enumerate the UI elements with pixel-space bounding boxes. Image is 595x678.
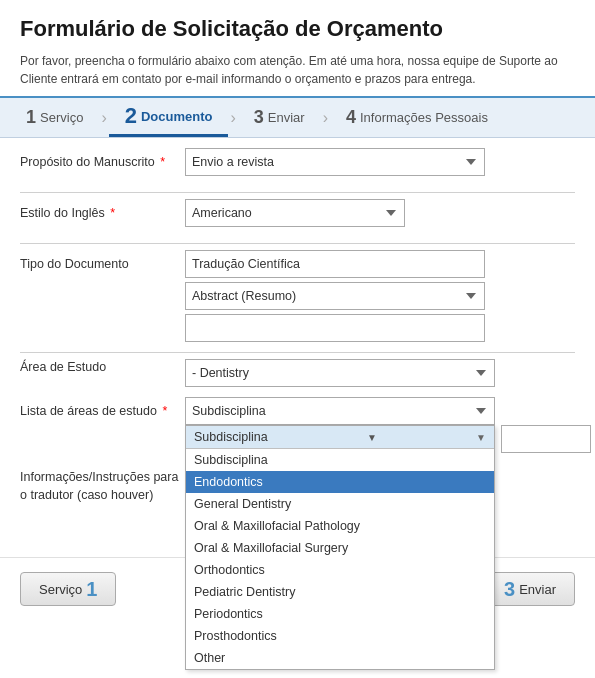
tab-enviar-num: 3 <box>254 107 264 128</box>
btn-enviar-label: Enviar <box>519 582 556 597</box>
header: Formulário de Solicitação de Orçamento P… <box>0 0 595 98</box>
estilo-row: Estilo do Inglês * Americano Britânico <box>20 199 575 233</box>
page-title: Formulário de Solicitação de Orçamento <box>20 16 575 42</box>
page-container: Formulário de Solicitação de Orçamento P… <box>0 0 595 678</box>
estilo-field: Americano Britânico <box>185 199 575 227</box>
lista-areas-label: Lista de áreas de estudo * <box>20 397 185 421</box>
header-description: Por favor, preencha o formulário abaixo … <box>20 52 575 88</box>
tab-documento-label: Documento <box>141 109 213 124</box>
proposito-row: Propósito do Manuscrito * Envio a revist… <box>20 148 575 182</box>
instrucoes-label: Informações/Instruções para o tradutor (… <box>20 463 185 504</box>
dropdown-item-header[interactable]: Subdisciplina ▼ <box>186 426 494 449</box>
tab-info-pessoais-label: Informações Pessoais <box>360 110 488 125</box>
proposito-required: * <box>160 155 165 169</box>
tab-info-pessoais[interactable]: 4 Informações Pessoais <box>330 98 504 137</box>
tab-servico-num: 1 <box>26 107 36 128</box>
tipo-doc-extra-input[interactable] <box>185 314 485 342</box>
tipo-doc-row: Tipo do Documento Abstract (Resumo) Arti… <box>20 250 575 342</box>
lista-areas-text-input[interactable] <box>501 425 591 453</box>
dropdown-item-oral-surgery[interactable]: Oral & Maxillofacial Surgery <box>186 537 494 559</box>
tab-arrow-3: › <box>323 98 328 137</box>
proposito-field: Envio a revista Outra opção <box>185 148 575 176</box>
dropdown-item-general-dentistry[interactable]: General Dentistry <box>186 493 494 515</box>
tab-arrow-2: › <box>230 98 235 137</box>
tab-enviar-label: Enviar <box>268 110 305 125</box>
tipo-doc-input[interactable] <box>185 250 485 278</box>
divider-2 <box>20 243 575 244</box>
subdisciplina-select[interactable]: Subdisciplina <box>185 397 495 425</box>
proposito-select[interactable]: Envio a revista Outra opção <box>185 148 485 176</box>
tipo-doc-select[interactable]: Abstract (Resumo) Artigo Completo <box>185 282 485 310</box>
tipo-doc-label: Tipo do Documento <box>20 250 185 274</box>
tab-servico-label: Serviço <box>40 110 83 125</box>
proposito-label: Propósito do Manuscrito * <box>20 148 185 172</box>
area-estudo-label: Área de Estudo <box>20 359 185 377</box>
subdisciplina-dropdown-open: Subdisciplina ▼ Subdisciplina Endodontic… <box>185 425 495 670</box>
btn-enviar[interactable]: 3 Enviar <box>485 572 575 606</box>
estilo-select[interactable]: Americano Britânico <box>185 199 405 227</box>
dropdown-item-endodontics[interactable]: Endodontics <box>186 471 494 493</box>
form-body: Propósito do Manuscrito * Envio a revist… <box>0 138 595 553</box>
btn-enviar-num: 3 <box>504 579 515 599</box>
dropdown-item-periodontics[interactable]: Periodontics <box>186 603 494 625</box>
dropdown-item-prosthodontics[interactable]: Prosthodontics <box>186 625 494 647</box>
area-estudo-field: - Dentistry - Medicine <box>185 359 575 387</box>
estilo-label: Estilo do Inglês * <box>20 199 185 223</box>
dropdown-item-oral-path[interactable]: Oral & Maxillofacial Pathology <box>186 515 494 537</box>
divider-1 <box>20 192 575 193</box>
lista-areas-required: * <box>162 404 167 418</box>
tab-info-pessoais-num: 4 <box>346 107 356 128</box>
btn-servico[interactable]: Serviço 1 <box>20 572 116 606</box>
dropdown-item-orthodontics[interactable]: Orthodontics <box>186 559 494 581</box>
divider-3 <box>20 352 575 353</box>
tab-documento-num: 2 <box>125 103 137 129</box>
lista-input-right <box>501 425 591 453</box>
btn-servico-label: Serviço <box>39 582 82 597</box>
dropdown-item-pediatric[interactable]: Pediatric Dentistry <box>186 581 494 603</box>
lista-areas-row: Lista de áreas de estudo * Subdisciplina <box>20 397 575 453</box>
area-estudo-select[interactable]: - Dentistry - Medicine <box>185 359 495 387</box>
tab-servico[interactable]: 1 Serviço <box>10 98 99 137</box>
dropdown-item-subdisciplina[interactable]: Subdisciplina <box>186 449 494 471</box>
subdisciplina-dropdown-container: Subdisciplina Subdisciplina ▼ Subdiscipl… <box>185 397 495 425</box>
dropdown-item-other[interactable]: Other <box>186 647 494 669</box>
estilo-required: * <box>110 206 115 220</box>
tab-documento[interactable]: 2 Documento <box>109 98 229 137</box>
btn-servico-num: 1 <box>86 579 97 599</box>
tab-arrow-1: › <box>101 98 106 137</box>
area-estudo-row: Área de Estudo - Dentistry - Medicine <box>20 359 575 393</box>
lista-areas-field: Subdisciplina Subdisciplina ▼ Subdiscipl… <box>185 397 495 425</box>
tabs-bar: 1 Serviço › 2 Documento › 3 Enviar › 4 I… <box>0 98 595 138</box>
tab-enviar[interactable]: 3 Enviar <box>238 98 321 137</box>
tipo-doc-field: Abstract (Resumo) Artigo Completo <box>185 250 575 342</box>
